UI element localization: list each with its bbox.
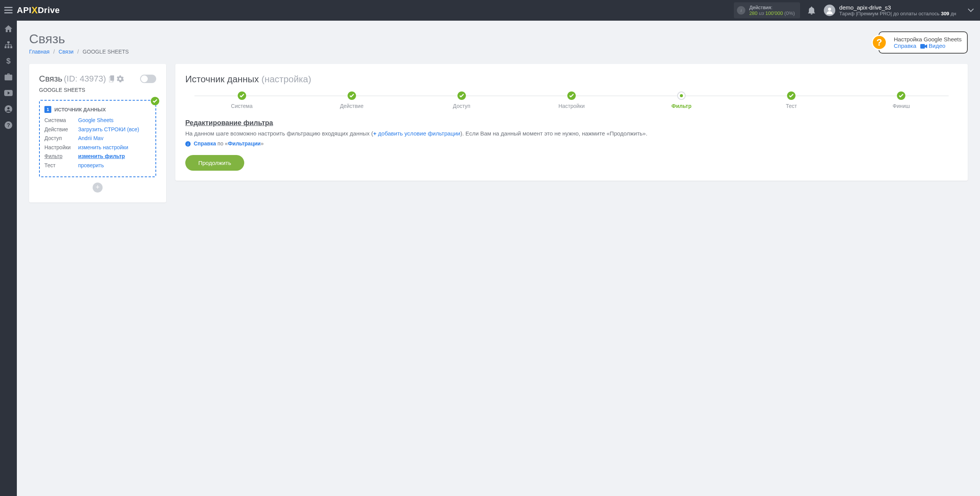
svg-rect-0: [4, 7, 13, 8]
logo-x: X: [31, 5, 38, 16]
help-video-link[interactable]: Видео: [920, 42, 946, 49]
check-icon: [459, 94, 464, 98]
actions-of: из: [759, 10, 764, 16]
step-circle: [787, 91, 795, 100]
step-label: Тест: [786, 103, 797, 109]
nav-home[interactable]: [0, 21, 17, 37]
notifications-button[interactable]: [808, 6, 815, 15]
gear-icon[interactable]: [117, 75, 124, 82]
check-icon: [899, 94, 903, 98]
step-доступ[interactable]: Доступ: [407, 91, 516, 109]
breadcrumb: Главная / Связи / GOOGLE SHEETS: [29, 49, 129, 55]
source-row-key: Настройки: [44, 144, 78, 152]
svg-text:?: ?: [7, 122, 10, 128]
check-icon: [153, 99, 157, 103]
step-label: Финиш: [893, 103, 910, 109]
nav-billing[interactable]: $: [0, 53, 17, 69]
breadcrumb-home[interactable]: Главная: [29, 49, 49, 55]
check-icon: [240, 94, 244, 98]
source-box: 1 ИСТОЧНИК ДАННЫХ СистемаGoogle SheetsДе…: [39, 100, 156, 177]
nav-video[interactable]: [0, 85, 17, 101]
info-icon: i: [737, 6, 745, 15]
continue-button[interactable]: Продолжить: [185, 155, 244, 171]
svg-point-13: [7, 107, 10, 109]
add-filter-condition-link[interactable]: добавить условие фильтрации: [378, 130, 461, 137]
user-circle-icon: [5, 105, 12, 113]
nav-business[interactable]: [0, 69, 17, 85]
source-row: Тестпроверить: [44, 162, 151, 170]
connection-title: Связь (ID: 43973): [39, 74, 124, 84]
help-reference-link[interactable]: Справка: [894, 42, 916, 49]
add-step-button[interactable]: +: [93, 183, 103, 193]
data-source-title: Источник данных (настройка): [185, 74, 958, 85]
step-label: Фильтр: [671, 103, 691, 109]
connection-card: Связь (ID: 43973) GOOGLE SHEETS: [29, 64, 166, 202]
step-circle: [567, 91, 576, 100]
step-тест[interactable]: Тест: [737, 91, 846, 109]
briefcase-icon: [5, 73, 12, 80]
svg-rect-1: [4, 10, 13, 11]
menu-toggle-button[interactable]: [0, 0, 17, 21]
step-label: Система: [231, 103, 252, 109]
actions-pct: (0%): [784, 10, 795, 16]
help-box: ? Настройка Google Sheets Справка Видео: [879, 31, 968, 54]
actions-label: Действия:: [749, 5, 795, 10]
step-действие[interactable]: Действие: [297, 91, 407, 109]
source-row: Настройкиизменить настройки: [44, 144, 151, 152]
svg-rect-6: [7, 41, 10, 43]
source-row-value[interactable]: Google Sheets: [78, 117, 114, 124]
user-plan: Тариф |Премиум PRO| до оплаты осталось 3…: [839, 11, 956, 16]
user-icon: [826, 7, 833, 14]
source-row-value[interactable]: Загрузить СТРОКИ (все): [78, 126, 139, 134]
step-настройки[interactable]: Настройки: [516, 91, 626, 109]
svg-text:i: i: [741, 8, 742, 13]
svg-rect-17: [110, 75, 114, 81]
filter-help-ref[interactable]: Справка: [194, 140, 216, 147]
breadcrumb-links[interactable]: Связи: [59, 49, 74, 55]
filter-help-line: i Справка по «Фильтрации»: [185, 140, 958, 147]
user-menu[interactable]: demo_apix-drive_s3 Тариф |Премиум PRO| д…: [824, 4, 956, 16]
stepper: СистемаДействиеДоступНастройкиФильтрТест…: [185, 91, 958, 109]
chevron-down-icon: [968, 8, 974, 12]
question-circle-icon: ?: [5, 121, 12, 129]
user-name: demo_apix-drive_s3: [839, 4, 956, 11]
source-number: 1: [44, 106, 51, 113]
copy-icon[interactable]: [109, 75, 115, 82]
dollar-icon: $: [6, 57, 11, 65]
svg-text:$: $: [6, 57, 10, 65]
source-row-key: Действие: [44, 126, 78, 134]
source-row-value[interactable]: Andrii Mav: [78, 135, 103, 142]
actions-counter[interactable]: i Действия: 280 из 100'000 (0%): [734, 2, 800, 18]
nav-connections[interactable]: [0, 37, 17, 53]
svg-rect-8: [8, 46, 10, 48]
logo[interactable]: APIXDrive: [17, 5, 60, 16]
breadcrumb-current: GOOGLE SHEETS: [83, 49, 129, 55]
source-row-key: Фильтр: [44, 153, 78, 160]
source-row-key: Доступ: [44, 135, 78, 142]
nav-account[interactable]: [0, 101, 17, 117]
connection-toggle[interactable]: [140, 75, 156, 83]
source-row-key: Тест: [44, 162, 78, 170]
svg-point-5: [828, 8, 831, 11]
step-фильтр[interactable]: Фильтр: [627, 91, 737, 109]
sitemap-icon: [5, 41, 12, 48]
source-row-value[interactable]: проверить: [78, 162, 104, 170]
svg-rect-7: [5, 46, 7, 48]
step-система[interactable]: Система: [187, 91, 297, 109]
filter-card: Источник данных (настройка) СистемаДейст…: [175, 64, 968, 181]
source-row-value[interactable]: изменить фильтр: [78, 153, 125, 160]
source-row-key: Система: [44, 117, 78, 124]
help-question-icon: ?: [872, 35, 887, 50]
filter-section-title: Редактирование фильтра: [185, 119, 958, 127]
actions-used: 280: [749, 10, 758, 16]
step-circle: [238, 91, 246, 100]
step-circle: [897, 91, 905, 100]
nav-help[interactable]: ?: [0, 117, 17, 133]
filter-help-link[interactable]: Фильтрации: [228, 140, 261, 147]
logo-api: API: [17, 5, 31, 15]
step-circle: [677, 91, 686, 100]
logo-drive: Drive: [38, 5, 60, 15]
source-row-value[interactable]: изменить настройки: [78, 144, 128, 152]
step-финиш[interactable]: Финиш: [846, 91, 956, 109]
user-menu-expand[interactable]: [968, 8, 974, 12]
